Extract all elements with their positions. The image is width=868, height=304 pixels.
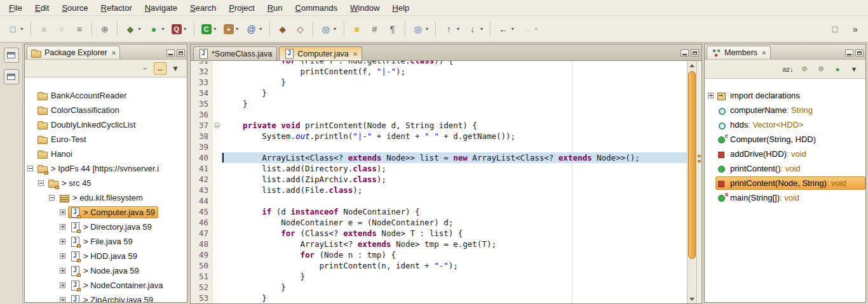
expander-icon[interactable]: + (60, 282, 65, 288)
tree-item[interactable]: +> HDD.java 59 (25, 249, 187, 263)
member-item[interactable]: printContent() : void (705, 161, 865, 176)
show-whitespace-button[interactable]: ¶ (384, 20, 401, 38)
save-button[interactable]: ■ (36, 20, 52, 38)
code-text[interactable]: } (221, 98, 687, 109)
code-text[interactable]: System.out.println("|-" + ident + " " + … (221, 131, 687, 142)
close-tab-icon[interactable]: × (353, 50, 357, 58)
menu-file[interactable]: File (3, 1, 29, 15)
back-button[interactable]: ←▼ (495, 20, 517, 38)
scroll-up-icon[interactable] (688, 61, 696, 70)
menu-navigate[interactable]: Navigate (139, 1, 184, 15)
maximize-view-icon[interactable] (855, 50, 864, 56)
debug-button[interactable]: ◆▼ (122, 20, 144, 38)
dropdown-arrow-icon[interactable]: ▼ (20, 27, 24, 31)
code-text[interactable]: private void printContent(Node d, String… (221, 120, 687, 131)
link-with-editor-button[interactable]: ↔ (154, 62, 166, 75)
tree-item[interactable]: −> src 45 (25, 176, 187, 190)
mark-occurrences-button[interactable]: ■ (349, 20, 365, 38)
dropdown-arrow-icon[interactable]: ▼ (235, 27, 240, 31)
tree-item[interactable]: Hanoi (25, 147, 187, 161)
code-text[interactable]: printContent(f, "|-"); (221, 66, 687, 77)
expander-icon[interactable]: + (60, 224, 65, 230)
hide-static-members-button[interactable]: ⊘ (815, 63, 827, 76)
menu-commands[interactable]: Commands (289, 1, 344, 15)
expander-icon[interactable]: − (27, 166, 33, 171)
dropdown-arrow-icon[interactable]: ▼ (161, 27, 165, 31)
tree-item[interactable]: +> Node.java 59 (25, 263, 187, 278)
dropdown-arrow-icon[interactable]: ▼ (510, 27, 515, 31)
fold-margin[interactable]: − (212, 120, 221, 131)
menu-run[interactable]: Run (261, 1, 289, 15)
tree-item[interactable]: +> Computer.java 59 (25, 205, 187, 220)
member-item[interactable]: hdds : Vector<HDD> (705, 117, 865, 132)
menu-project[interactable]: Project (222, 1, 261, 15)
code-text[interactable]: list.add(Directory.class); (221, 163, 687, 174)
minimize-view-icon[interactable] (845, 50, 853, 56)
dropdown-arrow-icon[interactable]: ▼ (425, 27, 430, 31)
code-text[interactable]: list.add(ZipArchiv.class); (221, 174, 687, 185)
code-text[interactable]: list.add(File.class); (221, 185, 687, 195)
package-explorer-view-tab[interactable]: Package Explorer × (27, 46, 120, 59)
dropdown-arrow-icon[interactable]: ▼ (534, 27, 538, 31)
expander-icon[interactable]: − (49, 195, 55, 201)
collapse-all-button[interactable]: − (139, 62, 151, 75)
new-java-package-button[interactable]: +▼ (221, 20, 242, 38)
minimize-view-icon[interactable] (166, 50, 175, 56)
dropdown-arrow-icon[interactable]: ▼ (259, 27, 263, 31)
previous-annotation-button[interactable]: ↑▼ (440, 20, 463, 38)
code-text[interactable]: for (Node n : tmp) { (221, 249, 687, 260)
tree-item[interactable]: +> File.java 59 (25, 234, 187, 249)
code-text[interactable]: } (221, 282, 687, 293)
maximize-editor-icon[interactable] (691, 50, 699, 56)
hide-non-public-members-button[interactable]: ● (831, 63, 844, 76)
menu-window[interactable]: Window (344, 1, 386, 15)
next-annotation-button[interactable]: ↓▼ (464, 20, 486, 38)
scroll-down-icon[interactable] (688, 294, 696, 303)
editor-tab[interactable]: *SomeClass.java (193, 46, 277, 60)
expander-icon[interactable]: − (38, 180, 44, 186)
print-button[interactable]: ≡ (71, 20, 88, 38)
code-text[interactable]: if (d instanceof NodeContainer) { (221, 206, 687, 217)
menu-refactor[interactable]: Refactor (95, 1, 139, 15)
runnable-jar-button[interactable]: ◇ (292, 20, 309, 38)
tree-item[interactable]: +> Directory.java 59 (25, 220, 187, 234)
close-view-icon[interactable]: × (762, 49, 766, 56)
menu-help[interactable]: Help (386, 1, 416, 15)
members-view-menu-button[interactable]: ▼ (848, 63, 860, 76)
save-all-button[interactable]: ≡ (53, 20, 70, 38)
restore-view-1-button[interactable] (4, 48, 19, 63)
hide-fields-button[interactable]: ⊘ (798, 63, 811, 76)
tree-item[interactable]: Euro-Test (25, 132, 187, 147)
expander-icon[interactable]: + (60, 297, 65, 302)
code-text[interactable]: NodeContainer e = (NodeContainer) d; (221, 217, 687, 228)
open-perspective-button[interactable]: □ (827, 20, 843, 38)
javadoc-button[interactable]: @▼ (243, 20, 266, 38)
maximize-view-icon[interactable] (177, 50, 185, 56)
run-button[interactable]: ●▼ (146, 20, 168, 38)
tree-item[interactable]: −> IpdFs 44 [https://svnserver.i (25, 161, 187, 176)
menu-source[interactable]: Source (55, 1, 94, 15)
editor-tab[interactable]: Computer.java× (279, 46, 362, 60)
dropdown-arrow-icon[interactable]: ▼ (183, 27, 187, 31)
tree-item[interactable]: ColorClassification (25, 103, 187, 117)
tree-item[interactable]: −> edu.kit.filesystem (25, 190, 187, 205)
member-item[interactable]: addDrive(HDD) : void (705, 147, 865, 161)
code-text[interactable]: for (File f : hdd.get(File.class)) { (221, 61, 687, 66)
expander-icon[interactable]: + (60, 209, 65, 215)
expander-icon[interactable]: + (708, 93, 714, 98)
code-text[interactable]: } (221, 77, 687, 88)
code-text[interactable]: } (221, 293, 687, 303)
member-item[interactable]: cComputer(String, HDD) (705, 132, 865, 147)
search-button[interactable]: ◎▼ (318, 20, 340, 38)
menu-edit[interactable]: Edit (29, 1, 55, 15)
close-view-icon[interactable]: × (112, 49, 116, 56)
web-browser-button[interactable]: ◎▼ (410, 20, 432, 38)
expander-icon[interactable]: + (60, 239, 65, 244)
show-grid-button[interactable]: # (367, 20, 383, 38)
editor-vertical-scrollbar[interactable] (687, 61, 696, 303)
annotation-mark[interactable] (698, 160, 701, 162)
scrollbar-thumb[interactable] (688, 71, 696, 259)
tree-item[interactable]: +> NodeContainer.java (25, 278, 187, 293)
dropdown-arrow-icon[interactable]: ▼ (213, 27, 217, 31)
tree-item[interactable]: DoublyLinkedCyclicList (25, 117, 187, 132)
